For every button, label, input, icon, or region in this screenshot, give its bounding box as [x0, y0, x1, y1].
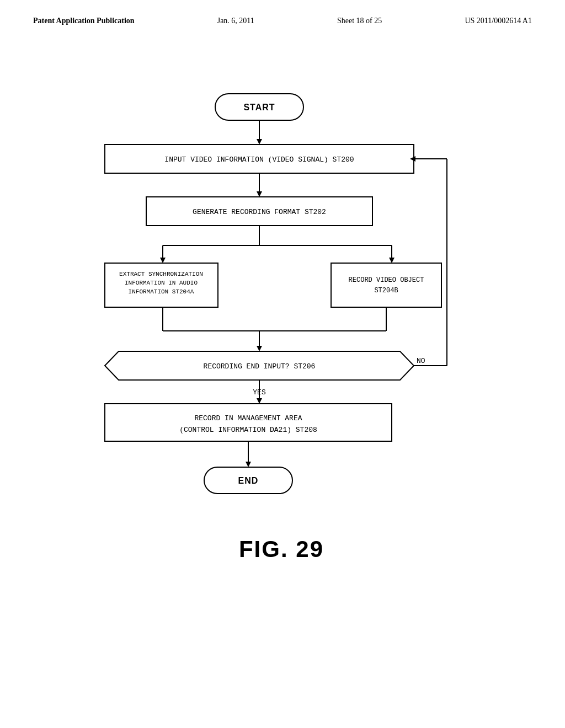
- svg-text:END: END: [238, 476, 259, 485]
- header-date: Jan. 6, 2011: [217, 17, 254, 25]
- svg-text:EXTRACT SYNCHRONIZATION: EXTRACT SYNCHRONIZATION: [119, 271, 203, 277]
- st208-node: RECORD IN MANAGEMENT AREA (CONTROL INFOR…: [105, 404, 392, 441]
- svg-marker-32: [257, 398, 262, 404]
- svg-marker-3: [257, 139, 262, 144]
- svg-text:RECORD IN MANAGEMENT AREA: RECORD IN MANAGEMENT AREA: [194, 414, 302, 422]
- st204b-node: RECORD VIDEO OBJECT ST204B: [331, 263, 441, 307]
- svg-text:INFORMATION ST204A: INFORMATION ST204A: [129, 288, 194, 295]
- st204a-node: EXTRACT SYNCHRONIZATION INFORMATION IN A…: [105, 263, 218, 307]
- svg-marker-13: [160, 258, 166, 263]
- start-node: START: [215, 94, 303, 120]
- svg-marker-42: [246, 462, 251, 467]
- svg-rect-20: [331, 263, 441, 307]
- svg-marker-15: [389, 258, 395, 263]
- svg-marker-7: [257, 191, 262, 197]
- page-header: Patent Application Publication Jan. 6, 2…: [0, 0, 565, 25]
- svg-rect-38: [105, 404, 392, 441]
- svg-text:NO: NO: [417, 357, 425, 365]
- svg-text:INPUT VIDEO INFORMATION (VIDEO: INPUT VIDEO INFORMATION (VIDEO SIGNAL) S…: [164, 156, 354, 164]
- figure-label: FIG. 29: [239, 536, 324, 562]
- header-publication: Patent Application Publication: [33, 17, 135, 25]
- st202-node: GENERATE RECORDING FORMAT ST202: [146, 197, 372, 226]
- svg-marker-27: [257, 346, 262, 351]
- flowchart-diagram: START INPUT VIDEO INFORMATION (VIDEO SIG…: [50, 77, 513, 629]
- svg-text:(CONTROL INFORMATION DA21)  ST: (CONTROL INFORMATION DA21) ST208: [179, 426, 317, 434]
- svg-text:START: START: [243, 103, 275, 112]
- st200-node: INPUT VIDEO INFORMATION (VIDEO SIGNAL) S…: [105, 144, 414, 173]
- st206-node: RECORDING END INPUT? ST206: [105, 351, 414, 380]
- svg-text:ST204B: ST204B: [374, 287, 398, 295]
- svg-text:RECORDING END  INPUT?  ST206: RECORDING END INPUT? ST206: [204, 362, 316, 371]
- header-sheet: Sheet 18 of 25: [337, 17, 382, 25]
- svg-text:INFORMATION IN AUDIO: INFORMATION IN AUDIO: [125, 280, 198, 286]
- svg-text:GENERATE RECORDING FORMAT  ST2: GENERATE RECORDING FORMAT ST202: [193, 208, 326, 216]
- header-patent: US 2011/0002614 A1: [465, 17, 532, 25]
- end-node: END: [204, 467, 292, 494]
- svg-text:RECORD VIDEO OBJECT: RECORD VIDEO OBJECT: [349, 276, 424, 284]
